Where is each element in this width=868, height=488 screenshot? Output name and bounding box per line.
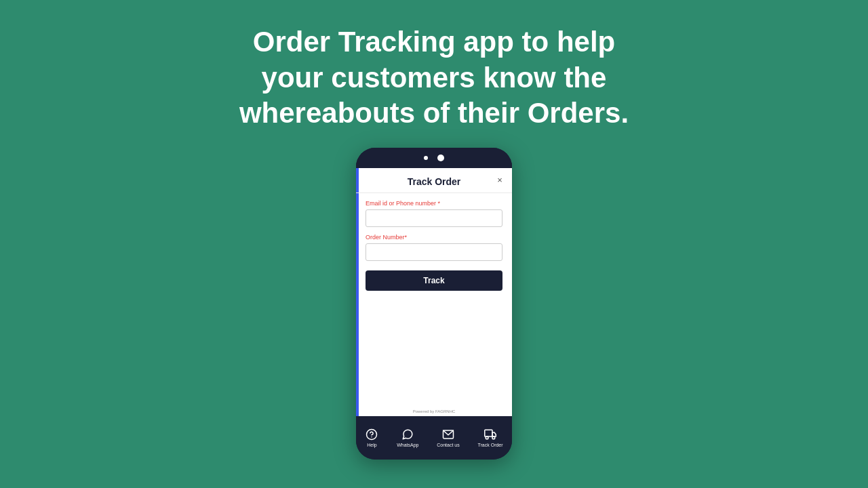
nav-label-contact: Contact us xyxy=(437,443,459,447)
order-number-label: Order Number* xyxy=(366,234,502,241)
whatsapp-icon xyxy=(401,428,414,441)
camera-dot-left xyxy=(424,156,428,160)
order-number-input[interactable] xyxy=(366,243,502,261)
nav-item-track-order[interactable]: Track Order xyxy=(478,428,503,447)
email-phone-label: Email id or Phone number * xyxy=(366,200,502,207)
phone-frame: Track Order × Email id or Phone number *… xyxy=(356,148,512,460)
camera-dot-center xyxy=(437,155,444,161)
track-order-icon xyxy=(484,428,497,441)
close-button[interactable]: × xyxy=(494,175,505,186)
nav-item-contact[interactable]: Contact us xyxy=(437,428,459,447)
nav-item-help[interactable]: Help xyxy=(365,428,378,447)
bottom-nav: Help WhatsApp Contact xyxy=(356,416,512,460)
track-button[interactable]: Track xyxy=(366,270,502,291)
phone-top-bar xyxy=(356,148,512,168)
nav-item-whatsapp[interactable]: WhatsApp xyxy=(397,428,418,447)
svg-rect-3 xyxy=(485,430,492,436)
email-phone-input[interactable] xyxy=(366,209,502,227)
track-form: Email id or Phone number * Order Number*… xyxy=(356,193,512,408)
svg-point-5 xyxy=(492,436,495,439)
page-headline: Order Tracking app to help your customer… xyxy=(239,24,629,131)
phone-screen: Track Order × Email id or Phone number *… xyxy=(356,168,512,416)
nav-label-whatsapp: WhatsApp xyxy=(397,443,418,447)
modal-header: Track Order × xyxy=(356,168,512,193)
help-icon xyxy=(365,428,378,441)
nav-label-help: Help xyxy=(367,443,376,447)
svg-point-4 xyxy=(486,436,488,439)
phone-mockup: Track Order × Email id or Phone number *… xyxy=(356,148,512,460)
nav-label-track-order: Track Order xyxy=(478,443,503,447)
accent-bar xyxy=(356,168,359,416)
contact-icon xyxy=(441,428,455,441)
home-indicator xyxy=(489,409,496,416)
modal-title: Track Order xyxy=(408,176,461,187)
